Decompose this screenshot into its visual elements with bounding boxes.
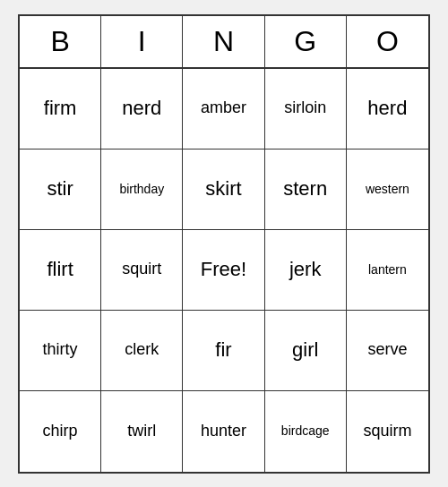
bingo-cell[interactable]: twirl [101,391,183,472]
header-letter: N [183,16,264,67]
cell-text: sirloin [284,98,326,118]
bingo-cell[interactable]: thirty [20,311,101,391]
cell-text: lantern [368,262,407,278]
bingo-cell[interactable]: stir [20,150,101,230]
cell-text: fir [215,338,231,362]
bingo-cell[interactable]: nerd [101,69,183,150]
bingo-cell[interactable]: birthday [101,150,183,230]
bingo-grid: firmnerdambersirloinherdstirbirthdayskir… [20,69,428,472]
header-letter: B [20,16,101,67]
bingo-cell[interactable]: flirt [20,230,101,311]
cell-text: clerk [125,340,159,360]
cell-text: Free! [201,258,246,281]
cell-text: skirt [205,177,241,201]
cell-text: hunter [201,422,246,441]
header-letter: O [347,16,428,67]
cell-text: thirty [43,340,78,360]
bingo-cell[interactable]: lantern [347,230,428,311]
cell-text: birdcage [281,423,330,439]
bingo-cell[interactable]: stern [265,150,347,230]
bingo-cell[interactable]: chirp [20,391,101,472]
bingo-cell[interactable]: skirt [183,150,264,230]
bingo-header: BINGO [20,16,428,69]
bingo-cell[interactable]: amber [183,69,264,150]
cell-text: flirt [47,258,73,281]
cell-text: amber [201,98,246,118]
bingo-cell[interactable]: squirm [347,391,428,472]
bingo-cell[interactable]: serve [347,311,428,391]
bingo-cell[interactable]: herd [347,69,428,150]
cell-text: stern [283,177,327,201]
bingo-cell[interactable]: western [347,150,428,230]
bingo-cell[interactable]: jerk [265,230,347,311]
cell-text: twirl [127,422,156,441]
bingo-cell[interactable]: sirloin [265,69,347,150]
cell-text: stir [47,177,73,201]
bingo-cell[interactable]: squirt [101,230,183,311]
cell-text: western [366,182,409,197]
header-letter: I [101,16,183,67]
cell-text: birthday [119,182,164,197]
bingo-cell[interactable]: hunter [183,391,264,472]
bingo-cell[interactable]: girl [265,311,347,391]
cell-text: serve [367,340,407,360]
bingo-card: BINGO firmnerdambersirloinherdstirbirthd… [18,14,430,474]
cell-text: herd [367,97,407,120]
bingo-cell[interactable]: fir [183,311,264,391]
cell-text: firm [44,97,77,120]
cell-text: girl [292,338,318,362]
header-letter: G [265,16,347,67]
cell-text: squirm [363,422,411,441]
cell-text: squirt [122,260,161,279]
cell-text: nerd [122,97,161,120]
bingo-cell[interactable]: birdcage [265,391,347,472]
bingo-cell[interactable]: firm [20,69,101,150]
bingo-cell[interactable]: Free! [183,230,264,311]
bingo-cell[interactable]: clerk [101,311,183,391]
cell-text: chirp [43,422,78,441]
cell-text: jerk [289,258,321,281]
